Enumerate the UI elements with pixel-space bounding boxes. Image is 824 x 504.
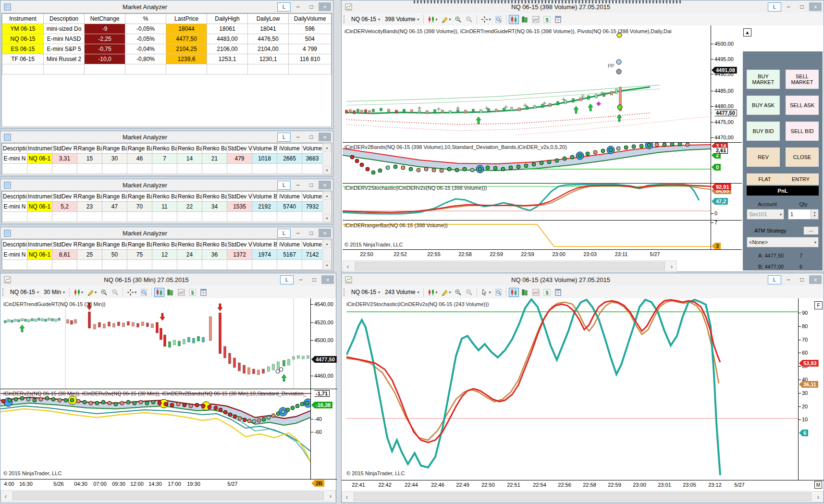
column-header[interactable]: iVolume bbox=[277, 240, 302, 250]
table-row[interactable]: E-mini NNQ 06-18,61255075122436137219745… bbox=[2, 250, 323, 260]
column-header[interactable]: Range Ba bbox=[102, 192, 127, 202]
chart-trader-button[interactable] bbox=[553, 288, 563, 297]
column-header[interactable]: Volume Ba bbox=[302, 240, 323, 250]
column-header[interactable]: StdDev R bbox=[52, 144, 77, 154]
table-row[interactable]: ES 06-15E-mini S&P 5-0,75-0,04%2104,2521… bbox=[2, 44, 332, 54]
zoom-window-button[interactable] bbox=[493, 288, 504, 297]
close-button[interactable]: × bbox=[319, 229, 331, 237]
horizontal-scrollbar[interactable]: ‹ › bbox=[0, 490, 336, 502]
titlebar[interactable]: NQ 06-15 (243 Volume) 27.05.2015 L – □ × bbox=[342, 273, 824, 286]
instrument-selector[interactable]: NQ 06-15▾ bbox=[8, 288, 41, 296]
table-row[interactable] bbox=[2, 212, 323, 222]
maximize-button[interactable]: □ bbox=[305, 2, 318, 11]
account-data-button[interactable]: $ bbox=[187, 288, 197, 297]
titlebar[interactable]: Market Analyzer L – □ × bbox=[0, 131, 333, 143]
data-series-button[interactable] bbox=[509, 288, 519, 297]
toolbar-grip-icon[interactable] bbox=[2, 288, 5, 296]
column-header[interactable]: Range Ba bbox=[77, 240, 102, 250]
scroll-up-icon[interactable]: ▲ bbox=[323, 192, 331, 200]
scroll-right-icon[interactable]: › bbox=[326, 491, 335, 501]
scrollbar-thumb[interactable] bbox=[12, 492, 324, 500]
column-header[interactable]: StdDev V bbox=[227, 144, 252, 154]
chart-trader-button[interactable] bbox=[553, 15, 563, 24]
maximize-button[interactable]: □ bbox=[796, 2, 808, 11]
column-header[interactable]: StdDev R bbox=[52, 192, 77, 202]
table-row[interactable] bbox=[2, 164, 323, 174]
column-header[interactable]: Renko Ba bbox=[177, 144, 202, 154]
scrollbar-thumb[interactable] bbox=[354, 492, 812, 501]
link-button[interactable]: L bbox=[768, 275, 781, 284]
chart-style-button[interactable]: ▾ bbox=[426, 288, 439, 297]
scroll-down-icon[interactable]: ▼ bbox=[323, 214, 331, 222]
v2bands-panel-plot[interactable] bbox=[0, 390, 310, 479]
time-axis[interactable]: 22:5022:5222:5522:5822:5922:5923:0023:03… bbox=[343, 249, 742, 259]
column-header[interactable]: iVolume bbox=[277, 192, 302, 202]
cursor-button[interactable]: ▾ bbox=[480, 288, 492, 297]
atm-more-button[interactable]: ... bbox=[803, 226, 819, 235]
table-row[interactable]: E-mini NNQ 06-13,31153046714214791018266… bbox=[2, 154, 323, 164]
link-button[interactable]: L bbox=[277, 181, 291, 190]
zoom-out-button[interactable] bbox=[464, 15, 474, 24]
scroll-left-icon[interactable]: ‹ bbox=[342, 492, 352, 502]
data-series-button[interactable] bbox=[154, 288, 164, 297]
column-header[interactable]: Range Ba bbox=[77, 192, 102, 202]
scrollbar-thumb[interactable] bbox=[355, 262, 665, 270]
reverse-button[interactable]: REV bbox=[747, 148, 780, 167]
scroll-down-icon[interactable]: ▼ bbox=[323, 166, 331, 174]
column-header[interactable]: Range Ba bbox=[127, 144, 152, 154]
link-button[interactable]: L bbox=[277, 133, 291, 142]
column-header[interactable]: Volume Ba bbox=[302, 192, 323, 202]
vertical-scrollbar[interactable]: ▲ ▼ bbox=[322, 240, 331, 270]
interval-selector[interactable]: 243 Volume▾ bbox=[383, 288, 421, 296]
column-header[interactable]: Instrumen bbox=[27, 192, 52, 202]
column-header[interactable]: Renko Ba bbox=[177, 240, 202, 250]
fixed-scale-button[interactable]: F bbox=[814, 301, 823, 309]
price-panel-plot[interactable] bbox=[0, 298, 310, 389]
sell-bid-button[interactable]: SELL BID bbox=[786, 122, 819, 141]
table-row[interactable] bbox=[2, 260, 323, 270]
maximize-button[interactable]: □ bbox=[305, 181, 318, 189]
spin-up-icon[interactable]: ▲ bbox=[813, 211, 816, 214]
column-header[interactable]: iVolume bbox=[277, 144, 302, 154]
chart-properties-button[interactable] bbox=[531, 288, 541, 297]
minimize-button[interactable]: – bbox=[782, 2, 795, 11]
column-header[interactable]: Renko Ba bbox=[152, 144, 177, 154]
column-header[interactable]: Volume B bbox=[252, 144, 277, 154]
zoom-in-button[interactable] bbox=[453, 15, 463, 24]
chart-style-button[interactable]: ▾ bbox=[426, 15, 439, 24]
column-header[interactable]: Range Ba bbox=[127, 192, 152, 202]
drawing-tools-button[interactable]: ▾ bbox=[440, 15, 452, 24]
sell-ask-button[interactable]: SELL ASK bbox=[786, 96, 819, 115]
close-button[interactable]: × bbox=[319, 133, 331, 141]
column-header[interactable]: Range Ba bbox=[102, 240, 127, 250]
column-header[interactable]: Descriptio bbox=[2, 192, 27, 202]
column-header[interactable]: Volume B bbox=[252, 192, 277, 202]
titlebar[interactable]: Market Analyzer L – □ × bbox=[0, 179, 333, 191]
column-header[interactable]: % bbox=[125, 14, 166, 24]
column-header[interactable]: Instrumen bbox=[27, 144, 52, 154]
chart-trader-button[interactable] bbox=[198, 288, 209, 297]
indicators-button[interactable] bbox=[520, 15, 530, 24]
close-button[interactable]: × bbox=[809, 2, 822, 11]
price-axis[interactable]: 4540,004520,004500,004460,00-40-60 4477,… bbox=[310, 273, 337, 504]
scroll-down-icon[interactable]: ▼ bbox=[323, 261, 331, 270]
buy-market-button[interactable]: BUY MARKET bbox=[747, 70, 780, 89]
vertical-scrollbar[interactable]: ▲ ▼ bbox=[322, 192, 331, 222]
chart-area[interactable]: iCinDERTrendGuideRT(NQ 06-15 (30 Min)) i… bbox=[0, 298, 336, 503]
minimize-button[interactable]: – bbox=[782, 275, 795, 284]
scroll-right-icon[interactable]: › bbox=[667, 261, 676, 271]
scroll-up-icon[interactable]: ▲ bbox=[323, 144, 331, 152]
indicators-button[interactable] bbox=[165, 288, 175, 297]
toolbar-grip-icon[interactable] bbox=[344, 15, 346, 23]
chart-style-button[interactable]: ▾ bbox=[72, 288, 85, 297]
entry-button[interactable]: ENTRY bbox=[783, 173, 819, 185]
column-header[interactable]: StdDev R bbox=[52, 240, 77, 250]
minimize-button[interactable]: – bbox=[295, 275, 307, 284]
cursor-button[interactable]: ▾ bbox=[125, 288, 138, 297]
chart-properties-button[interactable] bbox=[531, 15, 541, 24]
column-header[interactable]: Renko Ba bbox=[202, 144, 227, 154]
interval-selector[interactable]: 30 Min▾ bbox=[42, 288, 67, 296]
column-header[interactable]: Volume B bbox=[252, 240, 277, 250]
column-header[interactable]: Descriptio bbox=[2, 144, 27, 154]
titlebar[interactable]: NQ 06-15 (30 Min) 27.05.2015 L – □ × bbox=[0, 273, 336, 286]
